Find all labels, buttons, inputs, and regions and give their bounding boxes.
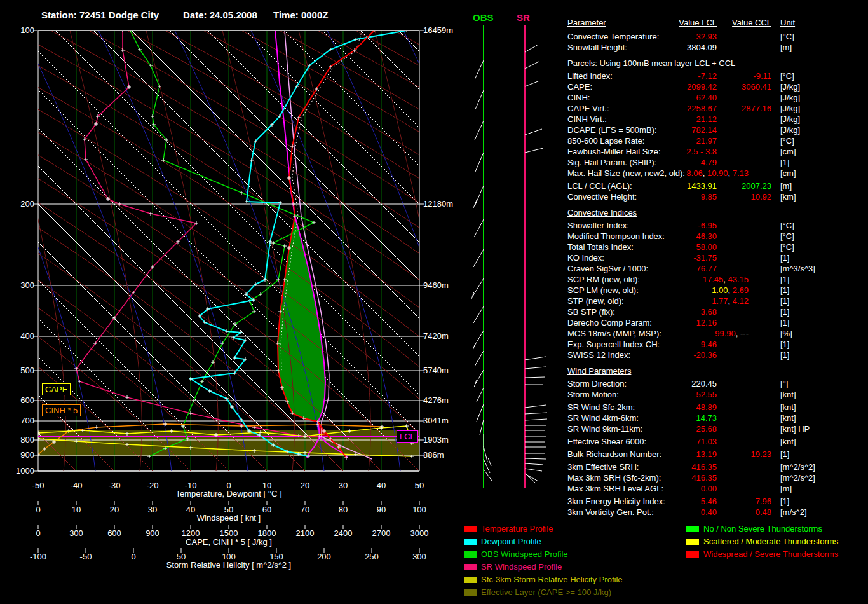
param-value-ccl: 3060.41 bbox=[718, 82, 771, 92]
pressure-tick-label: 500 bbox=[8, 366, 34, 375]
legend-item-label: SR Windspeed Profile bbox=[481, 562, 562, 572]
value-part: 4.79 bbox=[701, 158, 717, 167]
value-part: 0.40 bbox=[701, 507, 717, 517]
param-unit: [J/kg] bbox=[780, 93, 800, 102]
param-label: Showalter Index: bbox=[567, 221, 629, 230]
srh-tick-label: 100 bbox=[210, 552, 248, 561]
height-label: 5740m bbox=[423, 366, 449, 375]
windspeed-tick-label: 70 bbox=[286, 505, 324, 514]
obs-wind-barb bbox=[474, 219, 484, 237]
value-part: [m] bbox=[780, 43, 792, 52]
param-unit: [°C] bbox=[780, 221, 794, 230]
table-row: Convective Temperature:32.93[°C] bbox=[567, 32, 866, 43]
cape-tick-label: 900 bbox=[133, 528, 172, 538]
table-row: SCP LM (new, old):1.00, 2.69[1] bbox=[567, 285, 866, 296]
value-part: [J/kg] bbox=[780, 82, 800, 92]
value-part: [1] bbox=[780, 296, 789, 306]
param-value-lcl: 14.73 bbox=[635, 413, 717, 423]
height-label: 7420m bbox=[423, 331, 449, 341]
sr-wind-barb bbox=[525, 357, 546, 360]
value-part: 25.68 bbox=[696, 424, 717, 434]
param-value-lcl: 220.45 bbox=[635, 379, 717, 388]
lcl-label: LCL bbox=[397, 430, 418, 443]
value-part: [1] bbox=[780, 253, 789, 263]
param-label: STP (new, old): bbox=[567, 296, 624, 306]
cape-tick-label: 1500 bbox=[210, 528, 248, 538]
table-row: Max 3km SRH (Sfc-2km):416.35[m^2/s^2] bbox=[567, 473, 866, 484]
table-row: MCS 18m/s (MMP, MSP):99.90, ---[%] bbox=[567, 329, 866, 340]
param-label: SR Wind 9km-11km: bbox=[567, 424, 642, 434]
param-value-multi: 17.45, 43.15 bbox=[653, 275, 749, 284]
param-unit: [1] bbox=[780, 350, 789, 360]
value-part: [m/s^2] bbox=[780, 507, 807, 517]
obs-wind-barb bbox=[473, 249, 484, 267]
param-unit: [knt] bbox=[780, 437, 796, 446]
sr-wind-barb bbox=[525, 463, 543, 465]
value-part: 1.77 bbox=[712, 296, 728, 306]
param-label: Lifted Index: bbox=[567, 71, 613, 81]
value-part: [°C] bbox=[780, 71, 794, 81]
param-unit: [1] bbox=[780, 497, 789, 506]
storm-category-legend-item-swatch bbox=[686, 551, 699, 558]
param-label: KO Index: bbox=[567, 253, 604, 263]
value-part: [°C] bbox=[780, 32, 794, 41]
value-part: 99.90 bbox=[715, 329, 736, 338]
param-value-multi: 8.06, 10.90, 7.13 bbox=[653, 168, 749, 178]
obs-wind-barb bbox=[473, 278, 484, 296]
table-row: 3km Effective SRH:416.35[m^2/s^2] bbox=[567, 462, 866, 473]
param-value-lcl: 12.16 bbox=[635, 318, 717, 327]
value-part: CINH Virt.: bbox=[567, 114, 607, 124]
param-value-lcl: 52.55 bbox=[635, 390, 717, 399]
param-label: LCL / CCL (AGL): bbox=[567, 181, 632, 191]
value-part: [J/kg] bbox=[780, 93, 800, 102]
temperature-tick-label: 0 bbox=[210, 481, 248, 490]
windspeed-tick-label: 20 bbox=[95, 505, 133, 514]
value-part: -31.75 bbox=[693, 253, 717, 263]
value-part: 3804.09 bbox=[687, 43, 717, 52]
table-row: STP (new, old):1.77, 4.12[1] bbox=[567, 296, 866, 307]
legend-item-swatch bbox=[464, 551, 477, 558]
param-value-lcl: 13.19 bbox=[635, 450, 717, 459]
value-part: 19.23 bbox=[750, 450, 771, 459]
value-part: -20.36 bbox=[693, 350, 717, 360]
param-unit: [km] bbox=[780, 192, 796, 202]
table-row: CINH:62.40[J/kg] bbox=[567, 93, 866, 104]
param-value-lcl: -20.36 bbox=[635, 350, 717, 360]
param-value-lcl: -31.75 bbox=[635, 253, 717, 263]
value-part: 1433.91 bbox=[687, 181, 717, 191]
value-part: 7.96 bbox=[756, 497, 771, 506]
param-value-ccl: -9.11 bbox=[718, 71, 771, 81]
table-row: 3km Energy Helicity Index:5.467.96[1] bbox=[567, 497, 866, 507]
param-value-lcl: 71.03 bbox=[635, 437, 717, 446]
value-part: 850-600 Lapse Rate: bbox=[567, 136, 644, 146]
param-label: SR Wind 4km-6km: bbox=[567, 413, 639, 423]
param-label: 3km Effective SRH: bbox=[567, 462, 639, 472]
pressure-tick-label: 900 bbox=[8, 450, 34, 460]
param-unit: [J/kg] bbox=[780, 82, 800, 92]
param-unit: [1] bbox=[780, 307, 789, 317]
temperature-tick-label: -10 bbox=[172, 481, 210, 490]
table-row: Sig. Hail Param. (SHIP):4.79[1] bbox=[567, 158, 866, 168]
obs-wind-barb bbox=[473, 343, 475, 350]
value-part: 9.85 bbox=[701, 192, 717, 202]
param-value-lcl: 0.40 bbox=[635, 507, 717, 517]
obs-wind-barb bbox=[473, 306, 484, 323]
windspeed-tick-label: 40 bbox=[172, 505, 210, 514]
obs-wind-barb bbox=[475, 60, 484, 79]
obs-wind-barb bbox=[475, 153, 484, 172]
param-unit: [m] bbox=[780, 484, 792, 493]
param-value-lcl: 46.30 bbox=[635, 231, 717, 241]
pressure-tick-label: 200 bbox=[8, 199, 34, 209]
sr-wind-barb bbox=[525, 148, 543, 153]
param-label: Storm Motion: bbox=[567, 390, 619, 399]
pressure-tick-label: 600 bbox=[8, 395, 34, 405]
obs-wind-barb bbox=[474, 331, 484, 347]
value-part: [1] bbox=[780, 275, 789, 284]
value-part: 71.03 bbox=[696, 437, 717, 446]
moist-adiabat bbox=[375, 31, 447, 471]
mixing-ratio-line bbox=[403, 31, 553, 471]
temperature-tick-label: -20 bbox=[133, 481, 172, 490]
param-value-multi: 1.00, 2.69 bbox=[653, 285, 749, 295]
table-row: Exp. Supercell Index CH:9.46[1] bbox=[567, 340, 866, 350]
value-part: 2877.16 bbox=[742, 104, 771, 113]
